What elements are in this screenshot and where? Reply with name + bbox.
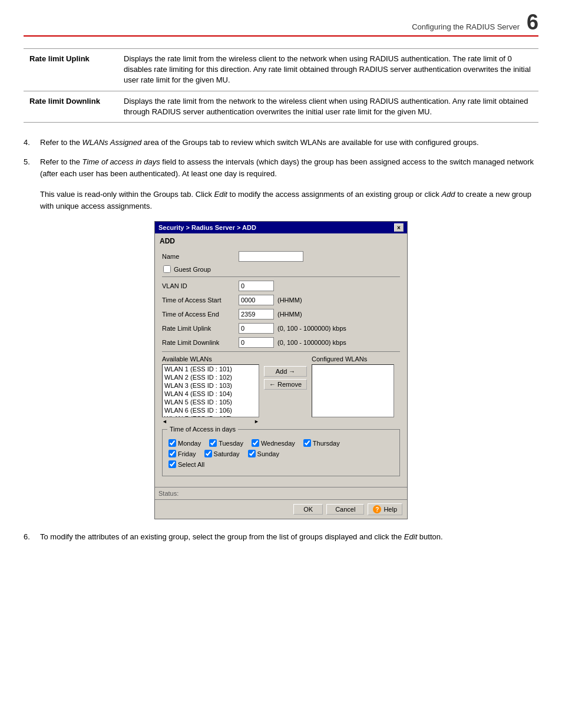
access-end-hint: (HHMM) [277, 311, 302, 318]
list-item[interactable]: WLAN 1 (ESS ID : 101) [163, 365, 259, 373]
status-label: Status: [158, 490, 178, 497]
sunday-checkbox[interactable] [248, 450, 256, 457]
friday-checkbox[interactable] [168, 450, 176, 457]
monday-checkbox[interactable] [168, 439, 176, 447]
list-item[interactable]: WLAN 5 (ESS ID : 105) [163, 398, 259, 406]
param-description: Displays the rate limit from the network… [118, 91, 538, 122]
available-wlans-label: Available WLANs [162, 355, 259, 363]
cancel-button[interactable]: Cancel [326, 504, 364, 515]
rate-uplink-hint: (0, 100 - 1000000) kbps [277, 325, 346, 332]
help-button[interactable]: ? Help [368, 503, 402, 515]
dialog-body: Name Guest Group VLAN ID Time of Access … [155, 248, 407, 487]
access-end-row: Time of Access End (HHMM) [162, 309, 400, 319]
chapter-title: Configuring the RADIUS Server [412, 22, 520, 31]
days-group: Time of Access in days Monday Tuesday We… [162, 429, 400, 476]
days-row-1: Monday Tuesday Wednesday Thursday [168, 439, 394, 447]
wednesday-checkbox[interactable] [252, 439, 259, 447]
select-all-check[interactable]: Select All [168, 460, 204, 468]
select-all-checkbox[interactable] [168, 460, 176, 468]
name-input[interactable] [239, 251, 303, 262]
saturday-checkbox[interactable] [204, 450, 212, 457]
listbox-scroll-right[interactable]: ► [254, 419, 259, 424]
rate-downlink-input[interactable] [239, 337, 274, 348]
page-number: 6 [527, 12, 538, 33]
rate-downlink-row: Rate Limit Downlink (0, 100 - 1000000) k… [162, 337, 400, 348]
list-item[interactable]: WLAN 7 (ESS ID : 107) [163, 414, 259, 417]
monday-check[interactable]: Monday [168, 439, 201, 447]
dialog-heading: ADD [155, 233, 407, 248]
access-start-hint: (HHMM) [277, 297, 302, 304]
param-name: Rate limit Downlink [24, 91, 118, 122]
step6-list: 6. To modify the attributes of an existi… [24, 531, 538, 543]
remove-wlan-button[interactable]: ← Remove [264, 379, 307, 390]
step5-paragraph: This value is read-only within the Group… [40, 189, 538, 212]
configured-wlans-column: Configured WLANs [312, 355, 394, 417]
days-row-2: Friday Saturday Sunday [168, 450, 394, 457]
page-header: Configuring the RADIUS Server 6 [24, 12, 538, 37]
wlan-area: Available WLANs WLAN 1 (ESS ID : 101)WLA… [162, 355, 400, 424]
step-6: 6. To modify the attributes of an existi… [24, 531, 538, 543]
sunday-check[interactable]: Sunday [248, 450, 279, 457]
param-name: Rate limit Uplink [24, 49, 118, 91]
thursday-checkbox[interactable] [303, 439, 311, 447]
steps-list: 4. Refer to the WLANs Assigned area of t… [24, 137, 538, 180]
days-row-3: Select All [168, 460, 394, 468]
step-4: 4. Refer to the WLANs Assigned area of t… [24, 137, 538, 149]
access-start-label: Time of Access Start [162, 297, 239, 304]
access-end-input[interactable] [239, 309, 274, 319]
table-row: Rate limit Downlink Displays the rate li… [24, 91, 538, 122]
vlan-label: VLAN ID [162, 282, 239, 289]
rate-uplink-input[interactable] [239, 323, 274, 334]
tuesday-checkbox[interactable] [209, 439, 217, 447]
step6-italic: Edit [404, 532, 417, 541]
rate-downlink-hint: (0, 100 - 1000000) kbps [277, 339, 346, 346]
guest-group-checkbox[interactable] [163, 265, 171, 273]
status-bar: Status: [155, 487, 407, 499]
vlan-row: VLAN ID [162, 281, 400, 291]
list-item[interactable]: WLAN 6 (ESS ID : 106) [163, 406, 259, 414]
add-wlan-button[interactable]: Add → [264, 366, 307, 377]
dialog-title: Security > Radius Server > ADD [158, 224, 256, 231]
listbox-scroll-left[interactable]: ◄ [162, 419, 167, 424]
step-5: 5. Refer to the Time of access in days f… [24, 156, 538, 179]
guest-group-label: Guest Group [174, 266, 211, 273]
step5-italic: Time of access in days [82, 157, 160, 166]
configured-wlans-listbox[interactable] [312, 364, 394, 417]
list-item[interactable]: WLAN 2 (ESS ID : 102) [163, 373, 259, 381]
param-description: Displays the rate limit from the wireles… [118, 49, 538, 91]
wlan-transfer-buttons: Add → ← Remove [264, 355, 307, 390]
name-label: Name [162, 253, 239, 260]
add-dialog: Security > Radius Server > ADD × ADD Nam… [154, 221, 408, 519]
dialog-titlebar: Security > Radius Server > ADD × [155, 222, 407, 233]
close-button[interactable]: × [394, 223, 404, 232]
table-row: Rate limit Uplink Displays the rate limi… [24, 49, 538, 91]
friday-check[interactable]: Friday [168, 450, 196, 457]
name-row: Name [162, 251, 400, 262]
access-start-row: Time of Access Start (HHMM) [162, 295, 400, 305]
rate-uplink-row: Rate Limit Uplink (0, 100 - 1000000) kbp… [162, 323, 400, 334]
list-item[interactable]: WLAN 3 (ESS ID : 103) [163, 381, 259, 390]
parameter-table: Rate limit Uplink Displays the rate limi… [24, 48, 538, 123]
access-end-label: Time of Access End [162, 311, 239, 318]
dialog-wrapper: Security > Radius Server > ADD × ADD Nam… [24, 221, 538, 519]
access-start-input[interactable] [239, 295, 274, 305]
available-wlans-column: Available WLANs WLAN 1 (ESS ID : 101)WLA… [162, 355, 259, 424]
help-icon: ? [373, 505, 381, 513]
help-label: Help [384, 506, 397, 513]
days-legend: Time of Access in days [167, 426, 238, 433]
rate-uplink-label: Rate Limit Uplink [162, 325, 239, 332]
list-item[interactable]: WLAN 4 (ESS ID : 104) [163, 390, 259, 398]
wednesday-check[interactable]: Wednesday [252, 439, 295, 447]
guest-group-row: Guest Group [162, 265, 400, 273]
available-wlans-listbox[interactable]: WLAN 1 (ESS ID : 101)WLAN 2 (ESS ID : 10… [162, 364, 259, 417]
saturday-check[interactable]: Saturday [204, 450, 240, 457]
dialog-footer: OK Cancel ? Help [155, 499, 407, 519]
rate-downlink-label: Rate Limit Downlink [162, 339, 239, 346]
ok-button[interactable]: OK [293, 504, 323, 515]
step4-italic: WLANs Assigned [82, 138, 142, 147]
vlan-input[interactable] [239, 281, 274, 291]
thursday-check[interactable]: Thursday [303, 439, 340, 447]
tuesday-check[interactable]: Tuesday [209, 439, 243, 447]
configured-wlans-label: Configured WLANs [312, 355, 394, 363]
